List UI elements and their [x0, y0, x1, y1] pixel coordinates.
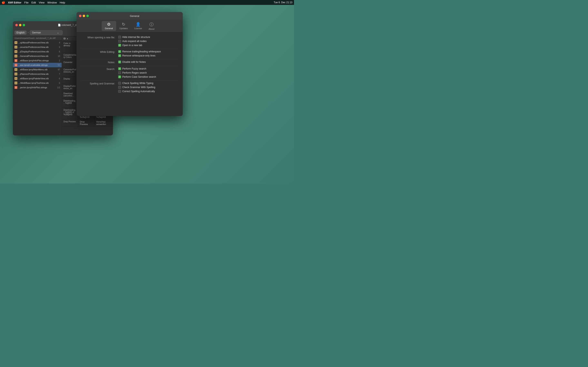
prefs-option-remove_whitespace[interactable]: Remove whitespace-only lines [118, 54, 161, 57]
prefs-options-2: Disable edit for Notes [118, 60, 146, 63]
checkbox-disable_notes[interactable] [118, 60, 121, 63]
file-count: 9 [59, 46, 60, 48]
column-header-id[interactable]: ID ▲ [62, 36, 78, 41]
close-button[interactable] [15, 24, 18, 26]
prefs-tab-license[interactable]: 👤License [131, 21, 145, 31]
cell-id: DisplayPreferences_en [62, 84, 78, 91]
menu-view[interactable]: View [39, 1, 44, 4]
prefs-option-auto_expand[interactable]: Auto expand all nodes [118, 40, 150, 43]
prefs-divider-2 [81, 66, 178, 66]
arrow-icon: › [28, 31, 28, 34]
cell-id: ConverterPreferences_en [62, 67, 78, 76]
file-list: X...oj/AboutPreferencesView.xib4X...onve… [13, 40, 62, 135]
maximize-button[interactable] [23, 24, 25, 26]
prefs-option-remove_trailing[interactable]: Remove trailing/leading whitespace [118, 50, 161, 53]
prefs-option-regex_search[interactable]: Perform Regex search [118, 71, 156, 74]
file-list-item[interactable]: S...per/en.lproj/InfoPlist.strings1/2 [13, 85, 62, 90]
option-label-fuzzy_search: Perform Fuzzy search [122, 67, 146, 70]
cell-id: Converter [62, 60, 78, 67]
app-name[interactable]: Xliff Editor [8, 1, 21, 4]
file-list-item[interactable]: X...ell/Base.lproj/MainMenu.xib97 [13, 67, 62, 72]
prefs-option-case_sensitive[interactable]: Perform Case Sensitive search [118, 75, 156, 78]
strings-icon: S [15, 59, 17, 62]
file-list-item[interactable]: X...oj/AboutPreferencesView.xib4 [13, 40, 62, 45]
file-list-item[interactable]: S...ell/Base.lproj/InfoPlist.strings2 [13, 58, 62, 63]
file-count: 6 [59, 77, 60, 80]
menubar-right: Tue 8. Dec 21:13 [274, 1, 292, 4]
prefs-option-disable_notes[interactable]: Disable edit for Notes [118, 60, 146, 63]
checkbox-check_grammar[interactable] [118, 86, 121, 89]
source-language-button[interactable]: English [15, 31, 26, 35]
minimize-button[interactable] [19, 24, 21, 26]
file-name: ...ell/Base.lproj/PaletteView.xib [18, 77, 58, 80]
menu-window[interactable]: Window [47, 1, 57, 4]
menu-edit[interactable]: Edit [31, 1, 36, 4]
option-label-hide_internal: Hide internal file structure [122, 36, 150, 39]
checkbox-fuzzy_search[interactable] [118, 67, 121, 70]
prefs-section-4: Spelling and Grammar:Check Spelling Whil… [81, 82, 178, 93]
file-list-item[interactable]: X...j/NamesPreferencesView.xib7 [13, 72, 62, 76]
cell-id: Downloading... %@KB [62, 99, 78, 108]
desktop: 📄 colorwell_7_de English › German ⌄ /Use… [0, 5, 294, 184]
target-language-selector[interactable]: German ⌄ [30, 30, 62, 35]
file-name: ...GeneralPreferencesView.xib [18, 55, 57, 57]
checkbox-open_new_tab[interactable] [118, 44, 121, 47]
option-label-correct_spelling: Correct Spelling Automatically [122, 90, 155, 93]
checkbox-hide_internal[interactable] [118, 36, 121, 39]
prefs-option-open_new_tab[interactable]: Open in a new tab [118, 44, 150, 47]
file-count: 7 [59, 73, 60, 75]
prefs-option-check_grammar[interactable]: Check Grammar With Spelling [118, 86, 155, 89]
prefs-traffic-lights [79, 15, 89, 17]
menu-help[interactable]: Help [60, 1, 65, 4]
checkbox-remove_whitespace[interactable] [118, 54, 121, 57]
prefs-divider-0 [81, 49, 178, 49]
cell-id: Downloading... %@KB of %2$@KB [62, 108, 78, 119]
prefs-option-correct_spelling[interactable]: Correct Spelling Automatically [118, 90, 155, 93]
checkbox-remove_trailing[interactable] [118, 50, 121, 53]
prefs-option-hide_internal[interactable]: Hide internal file structure [118, 36, 150, 39]
cell-id: Complementary Colors [62, 53, 78, 60]
general-tab-label: General [105, 27, 113, 30]
license-tab-icon: 👤 [136, 22, 141, 27]
apple-menu[interactable]: 🍎 [2, 1, 5, 4]
prefs-option-check_spelling[interactable]: Check Spelling While Typing [118, 82, 155, 85]
file-name: ...onverterPreferencesView.xib [18, 46, 58, 48]
checkbox-case_sensitive[interactable] [118, 75, 121, 78]
file-name: ...rWell/Base.lproj/ToolView.xib [18, 82, 58, 84]
updates-tab-icon: ↻ [122, 22, 125, 27]
file-list-item[interactable]: X...onverterPreferencesView.xib9 [13, 45, 62, 49]
checkbox-correct_spelling[interactable] [118, 90, 121, 93]
prefs-tab-updates[interactable]: ↻Updates [116, 21, 131, 31]
xib-icon: X [15, 46, 17, 49]
file-name: ...per/en.lproj/InfoPlist.strings [18, 86, 56, 89]
file-list-item[interactable]: X...j/DisplayPreferencesView.xib8 [13, 49, 62, 54]
prefs-maximize-button[interactable] [86, 15, 89, 17]
file-list-item[interactable]: S...ase.lproj/Localizable.strings55 [13, 63, 62, 67]
prefs-section-1: While Editing:Remove trailing/leading wh… [81, 50, 178, 57]
prefs-close-button[interactable] [79, 15, 81, 17]
table-row[interactable]: Drop PreviewDrop PreviewVorschau verwerf… [62, 119, 113, 127]
menu-file[interactable]: File [24, 1, 29, 4]
prefs-divider-3 [81, 80, 178, 81]
prefs-section-label-0: When opening a new file: [81, 36, 118, 39]
prefs-tab-general[interactable]: ⚙General [102, 21, 116, 31]
file-list-item[interactable]: X...ell/Base.lproj/PaletteView.xib6 [13, 76, 62, 81]
file-icon: 📄 [58, 24, 61, 26]
file-count: 10 [58, 55, 60, 57]
checkbox-check_spelling[interactable] [118, 82, 121, 85]
prefs-tab-about[interactable]: ⓘAbout [145, 21, 158, 31]
checkbox-regex_search[interactable] [118, 71, 121, 74]
file-list-item[interactable]: X...rWell/Base.lproj/ToolView.xib6 [13, 81, 62, 85]
prefs-option-fuzzy_search[interactable]: Perform Fuzzy search [118, 67, 156, 70]
about-tab-label: About [149, 28, 155, 30]
file-count: 1/2 [57, 86, 60, 89]
checkbox-auto_expand[interactable] [118, 40, 121, 43]
menubar-left: 🍎 Xliff Editor File Edit View Window Hel… [2, 1, 65, 4]
prefs-minimize-button[interactable] [83, 15, 85, 17]
file-name: ...j/DisplayPreferencesView.xib [18, 50, 58, 53]
file-list-item[interactable]: X...GeneralPreferencesView.xib10 [13, 54, 62, 58]
prefs-options-3: Perform Fuzzy searchPerform Regex search… [118, 67, 156, 78]
license-tab-label: License [134, 27, 142, 30]
xib-icon: X [15, 73, 17, 75]
prefs-options-4: Check Spelling While TypingCheck Grammar… [118, 82, 155, 93]
